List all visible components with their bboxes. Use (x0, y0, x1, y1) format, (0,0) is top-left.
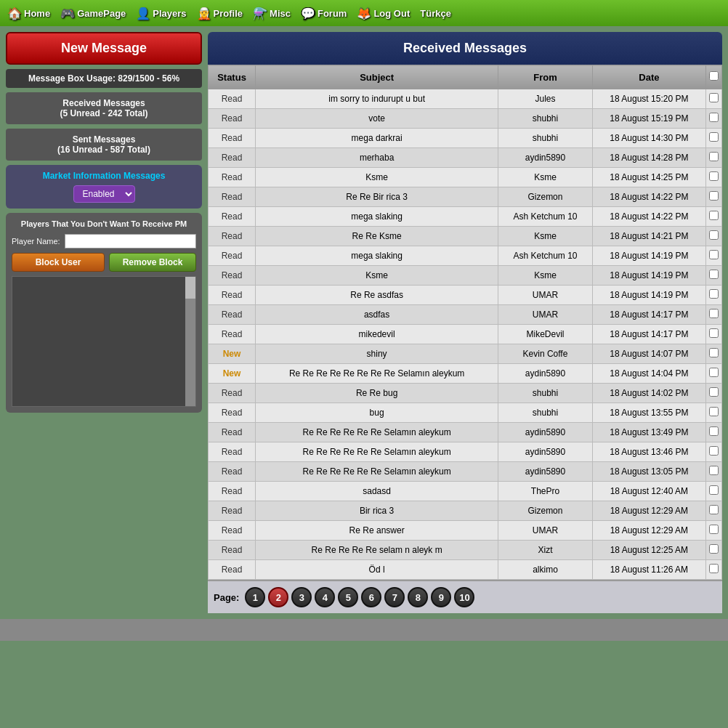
row-checkbox[interactable] (709, 211, 719, 220)
row-subject[interactable]: bug (256, 403, 498, 423)
row-subject[interactable]: Re Re asdfas (256, 286, 498, 305)
page-btn-2[interactable]: 2 (268, 587, 288, 607)
blocked-users-list[interactable] (12, 276, 196, 407)
row-subject[interactable]: Re Re bug (256, 384, 498, 403)
row-checkbox[interactable] (709, 270, 719, 279)
row-subject[interactable]: Re Re Re Re Re Re Selamın aleykum (256, 423, 498, 442)
navbar: 🏠 Home 🎮 GamePage 👤 Players 🧝 Profile ⚗️… (0, 0, 728, 26)
row-checkbox[interactable] (709, 171, 719, 181)
nav-misc[interactable]: ⚗️ Misc (248, 5, 295, 22)
row-checkbox[interactable] (709, 191, 719, 201)
remove-block-button[interactable]: Remove Block (109, 253, 196, 272)
row-checkbox-cell (706, 246, 722, 266)
table-row: Read sadasd ThePro 18 August 12:40 AM (209, 482, 722, 501)
row-subject[interactable]: shiny (256, 344, 498, 364)
row-from: Gizemon (498, 501, 593, 521)
table-row: Read Re Re answer UMAR 18 August 12:29 A… (209, 521, 722, 541)
scrollbar[interactable] (185, 277, 195, 406)
page-btn-6[interactable]: 6 (361, 587, 381, 607)
row-checkbox[interactable] (709, 407, 719, 416)
row-checkbox[interactable] (709, 564, 719, 573)
player-name-input[interactable] (65, 234, 196, 248)
row-checkbox[interactable] (709, 328, 719, 338)
row-checkbox-cell (706, 560, 722, 580)
row-checkbox[interactable] (709, 250, 719, 259)
row-subject[interactable]: sadasd (256, 482, 498, 501)
nav-players[interactable]: 👤 Players (132, 5, 190, 22)
row-subject[interactable]: Ksme (256, 266, 498, 286)
row-checkbox[interactable] (709, 93, 719, 102)
row-subject[interactable]: Öd l (256, 560, 498, 580)
nav-language[interactable]: Türkçe (416, 7, 456, 20)
nav-forum[interactable]: 💬 Forum (296, 5, 351, 22)
row-subject[interactable]: mega darkrai (256, 129, 498, 148)
page-btn-4[interactable]: 4 (315, 587, 335, 607)
nav-gamepage[interactable]: 🎮 GamePage (56, 5, 130, 22)
row-checkbox[interactable] (709, 485, 719, 495)
row-subject[interactable]: vote (256, 109, 498, 129)
select-all-checkbox[interactable] (709, 71, 719, 81)
row-subject[interactable]: mikedevil (256, 325, 498, 344)
row-checkbox[interactable] (709, 289, 719, 299)
row-checkbox[interactable] (709, 348, 719, 357)
row-date: 18 August 13:46 PM (592, 442, 705, 462)
row-subject[interactable]: Re Re Re Re Re Re Re Re Selamın aleykum (256, 364, 498, 384)
row-checkbox[interactable] (709, 368, 719, 377)
row-subject[interactable]: Re Re answer (256, 521, 498, 541)
row-checkbox-cell (706, 541, 722, 560)
row-subject[interactable]: mega slaking (256, 246, 498, 266)
row-checkbox[interactable] (709, 152, 719, 161)
page-btn-3[interactable]: 3 (291, 587, 312, 607)
page-btn-10[interactable]: 10 (454, 587, 474, 607)
right-panel: Received Messages Status Subject From Da… (208, 32, 722, 613)
row-from: shubhi (498, 384, 593, 403)
page-btn-8[interactable]: 8 (408, 587, 428, 607)
row-from: alkimo (498, 560, 593, 580)
row-checkbox[interactable] (709, 446, 719, 456)
row-subject[interactable]: Re Re Ksme (256, 227, 498, 246)
new-message-button[interactable]: New Message (6, 32, 202, 65)
row-subject[interactable]: Re Re Re Re Re selam n aleyk m (256, 541, 498, 560)
row-subject[interactable]: Re Re Bir rica 3 (256, 187, 498, 207)
table-row: Read mega darkrai shubhi 18 August 14:30… (209, 129, 722, 148)
page-btn-1[interactable]: 1 (245, 587, 265, 607)
row-checkbox[interactable] (709, 525, 719, 534)
row-subject[interactable]: merhaba (256, 148, 498, 168)
row-checkbox[interactable] (709, 132, 719, 142)
row-checkbox-cell (706, 501, 722, 521)
col-from: From (498, 65, 593, 89)
block-user-button[interactable]: Block User (12, 253, 105, 272)
row-subject[interactable]: Bir rica 3 (256, 501, 498, 521)
row-subject[interactable]: asdfas (256, 305, 498, 325)
row-checkbox[interactable] (709, 505, 719, 514)
page-btn-7[interactable]: 7 (384, 587, 405, 607)
row-subject[interactable]: Re Re Re Re Re Re Selamın aleykum (256, 442, 498, 462)
row-subject[interactable]: Ksme (256, 168, 498, 187)
page-btn-5[interactable]: 5 (338, 587, 358, 607)
row-checkbox[interactable] (709, 466, 719, 475)
nav-home[interactable]: 🏠 Home (3, 5, 54, 22)
row-date: 18 August 14:22 PM (592, 207, 705, 227)
sent-messages-link[interactable]: Sent Messages (16 Unread - 587 Total) (6, 129, 202, 161)
table-row: Read Re Re Bir rica 3 Gizemon 18 August … (209, 187, 722, 207)
row-checkbox[interactable] (709, 309, 719, 318)
received-messages-link[interactable]: Received Messages (5 Unread - 242 Total) (6, 92, 202, 124)
market-info-select[interactable]: Enabled Disabled (73, 185, 135, 203)
row-subject[interactable]: Re Re Re Re Re Re Selamın aleykum (256, 462, 498, 482)
row-checkbox[interactable] (709, 113, 719, 122)
row-from: aydin5890 (498, 148, 593, 168)
row-status: Read (209, 325, 256, 344)
scrollbar-thumb[interactable] (185, 277, 195, 299)
page-btn-9[interactable]: 9 (431, 587, 451, 607)
pagination-bar: Page: 12345678910 (208, 580, 722, 613)
nav-profile[interactable]: 🧝 Profile (193, 5, 247, 22)
table-row: Read Re Re Re Re Re Re Selamın aleykum a… (209, 423, 722, 442)
row-subject[interactable]: mega slaking (256, 207, 498, 227)
row-checkbox[interactable] (709, 544, 719, 554)
nav-logout[interactable]: 🦊 Log Out (352, 5, 414, 22)
row-checkbox[interactable] (709, 387, 719, 397)
row-subject[interactable]: im sorry to indurupt u but (256, 89, 498, 109)
col-checkbox (706, 65, 722, 89)
row-checkbox[interactable] (709, 426, 719, 436)
row-checkbox[interactable] (709, 230, 719, 240)
